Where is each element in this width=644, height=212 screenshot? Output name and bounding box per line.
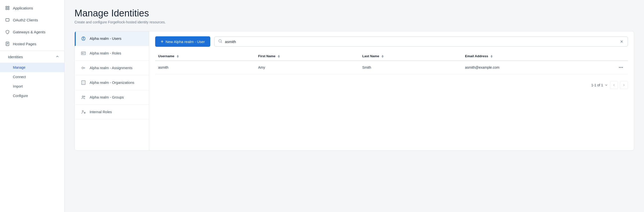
svg-rect-18 (82, 82, 83, 83)
users-cog-icon (81, 109, 86, 115)
svg-point-24 (82, 111, 84, 112)
sidebar-child-manage[interactable]: Manage (0, 63, 64, 72)
svg-point-22 (82, 96, 84, 97)
square-icon (5, 18, 10, 22)
col-actions (614, 52, 628, 61)
cell-last-name: Smith (359, 61, 462, 74)
search-icon (218, 39, 222, 44)
resource-internal-roles-label: Internal Roles (90, 110, 112, 114)
search-input[interactable] (225, 40, 617, 44)
sidebar-child-connect-label: Connect (13, 75, 26, 79)
svg-rect-20 (82, 83, 83, 84)
sidebar-item-oauth2-label: OAuth2 Clients (13, 18, 38, 22)
svg-rect-17 (82, 81, 86, 85)
sidebar-item-gateways-label: Gateways & Agents (13, 30, 46, 34)
sidebar-identities-parent[interactable]: Identities (0, 51, 64, 63)
resource-alpha-organizations[interactable]: Alpha realm - Organizations (75, 75, 149, 90)
cell-first-name: Amy (255, 61, 360, 74)
svg-rect-3 (8, 9, 9, 10)
svg-point-16 (82, 67, 84, 69)
resource-alpha-users[interactable]: Alpha realm - Users (75, 31, 149, 46)
col-first-name[interactable]: First Name (255, 52, 360, 61)
main-content: Manage Identities Create and configure F… (64, 0, 644, 212)
svg-point-26 (219, 40, 222, 42)
new-user-button-label: New Alpha realm - User (166, 40, 205, 44)
sidebar-item-hosted-pages[interactable]: Hosted Pages (0, 38, 64, 50)
user-circle-icon (81, 36, 86, 41)
resource-panel: Alpha realm - Users Alpha realm - Roles … (75, 31, 149, 150)
sidebar-item-applications-label: Applications (13, 6, 33, 10)
cell-username: asmith (155, 61, 255, 74)
resource-internal-roles[interactable]: Internal Roles (75, 105, 149, 120)
resource-alpha-groups-label: Alpha realm - Groups (90, 95, 124, 99)
users-icon (81, 94, 86, 100)
file-icon (5, 41, 10, 46)
sidebar-item-hosted-pages-label: Hosted Pages (13, 42, 36, 46)
pagination: 1-1 of 1 (155, 78, 628, 89)
col-last-name[interactable]: Last Name (359, 52, 462, 61)
page-title: Manage Identities (74, 8, 634, 19)
svg-rect-0 (6, 6, 7, 8)
page-subtitle: Create and configure ForgeRock-hosted id… (74, 20, 634, 24)
resource-alpha-assignments-label: Alpha realm - Assignments (90, 66, 132, 70)
pagination-label: 1-1 of 1 (591, 83, 603, 87)
sidebar-child-configure-label: Configure (13, 94, 28, 98)
grid-icon (5, 6, 10, 11)
sidebar-item-oauth2[interactable]: OAuth2 Clients (0, 14, 64, 26)
resource-alpha-assignments[interactable]: Alpha realm - Assignments (75, 61, 149, 75)
identities-section: Identities Manage Connect Import Configu… (0, 51, 64, 100)
table-row: asmith Amy Smith asmith@example.com (155, 61, 628, 74)
svg-point-23 (84, 96, 85, 97)
resource-alpha-organizations-label: Alpha realm - Organizations (90, 81, 134, 85)
col-email[interactable]: Email Address (462, 52, 614, 61)
building-icon (81, 80, 86, 85)
resource-alpha-roles-label: Alpha realm - Roles (90, 51, 121, 55)
svg-rect-21 (84, 83, 85, 84)
pagination-info[interactable]: 1-1 of 1 (591, 83, 608, 87)
search-box (214, 37, 628, 47)
sort-firstname-icon[interactable] (278, 55, 280, 58)
table-panel: + New Alpha realm - User (149, 31, 634, 150)
resource-alpha-groups[interactable]: Alpha realm - Groups (75, 90, 149, 105)
table-toolbar: + New Alpha realm - User (155, 36, 628, 47)
new-user-button[interactable]: + New Alpha realm - User (155, 36, 210, 47)
sidebar-item-gateways[interactable]: Gateways & Agents (0, 26, 64, 38)
user-card-icon (81, 51, 86, 56)
sort-email-icon[interactable] (490, 55, 492, 58)
search-clear-button[interactable] (619, 39, 624, 44)
shield-icon (5, 29, 10, 34)
sidebar-child-connect[interactable]: Connect (0, 72, 64, 82)
row-more-button[interactable] (617, 66, 625, 69)
prev-page-button[interactable] (610, 81, 618, 89)
sidebar-child-import[interactable]: Import (0, 82, 64, 91)
key-icon (81, 65, 86, 71)
chevron-right-icon (622, 83, 626, 87)
plus-icon: + (161, 39, 164, 44)
resource-alpha-roles[interactable]: Alpha realm - Roles (75, 46, 149, 61)
svg-line-27 (221, 42, 222, 43)
col-username[interactable]: Username (155, 52, 255, 61)
svg-rect-19 (84, 82, 85, 83)
chevron-down-icon (604, 83, 608, 87)
sidebar-child-configure[interactable]: Configure (0, 91, 64, 100)
content-area: Alpha realm - Users Alpha realm - Roles … (74, 31, 634, 151)
svg-rect-2 (6, 9, 7, 10)
svg-rect-4 (6, 19, 9, 21)
cell-actions (614, 61, 628, 74)
resource-alpha-users-label: Alpha realm - Users (90, 37, 122, 41)
identities-label: Identities (8, 55, 23, 59)
svg-point-13 (82, 53, 83, 54)
sidebar-child-import-label: Import (13, 84, 23, 88)
sidebar-item-applications[interactable]: Applications (0, 2, 64, 14)
cell-email: asmith@example.com (462, 61, 614, 74)
sort-lastname-icon[interactable] (382, 55, 384, 58)
svg-rect-1 (8, 6, 9, 8)
users-table: Username First Name (155, 52, 628, 74)
next-page-button[interactable] (620, 81, 628, 89)
svg-point-11 (83, 37, 84, 39)
chevron-left-icon (612, 83, 616, 87)
sidebar: Applications OAuth2 Clients Gateways & A… (0, 0, 64, 212)
chevron-up-icon (55, 54, 59, 59)
sidebar-child-manage-label: Manage (13, 65, 26, 69)
sort-username-icon[interactable] (177, 55, 179, 58)
